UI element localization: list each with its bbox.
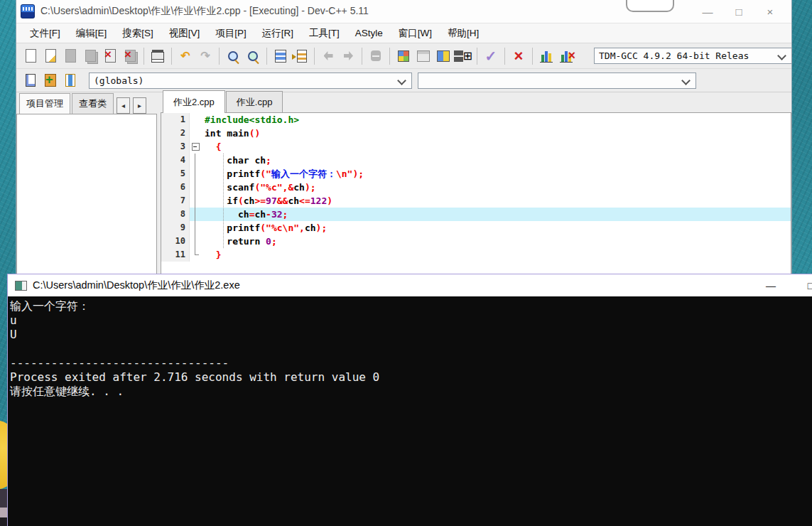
line-number: 10: [161, 235, 190, 248]
token: ch: [244, 195, 255, 206]
syntax-check-icon[interactable]: ✓: [482, 47, 500, 65]
devcpp-window: C:\Users\admin\Desktop\作业\作业\作业2.cpp - […: [16, 0, 792, 284]
menu-item-4[interactable]: 项目[P]: [207, 24, 254, 43]
find-icon[interactable]: [224, 47, 242, 65]
new-unit-icon[interactable]: [21, 71, 40, 90]
line-number: 5: [161, 167, 190, 181]
compile-and-run-icon[interactable]: [434, 47, 453, 65]
profile-analysis-icon[interactable]: [537, 47, 556, 65]
close-all-icon[interactable]: [121, 47, 139, 65]
token: ch: [205, 209, 249, 220]
toolbar-separator: [532, 48, 533, 65]
code-text: {: [201, 140, 791, 154]
title-bar[interactable]: C:\Users\admin\Desktop\作业\作业\作业2.cpp - […: [16, 0, 791, 23]
token: \n");: [336, 168, 364, 179]
code-line[interactable]: 1#include<stdio.h>: [161, 113, 791, 127]
menu-item-3[interactable]: 视图[V]: [161, 24, 208, 43]
token: (: [238, 195, 244, 206]
code-line[interactable]: 3 {: [161, 140, 791, 154]
close-button[interactable]: ×: [754, 0, 786, 23]
comment-icon[interactable]: [367, 47, 385, 65]
code-text: }: [201, 248, 791, 262]
code-line[interactable]: 10 return 0;: [161, 235, 791, 248]
menu-item-8[interactable]: 窗口[W]: [391, 24, 440, 43]
minimize-button[interactable]: —: [692, 0, 723, 23]
editor-tab-1[interactable]: 作业.cpp: [226, 91, 283, 113]
save-icon[interactable]: [61, 47, 80, 65]
menu-item-2[interactable]: 搜索[S]: [114, 24, 161, 43]
console-title-bar[interactable]: C:\Users\admin\Desktop\作业\作业\作业2.exe — □: [8, 274, 812, 296]
token: if: [227, 195, 238, 206]
token: 97: [266, 195, 277, 206]
toolbar-separator: [362, 48, 362, 65]
code-line[interactable]: 5 printf("输入一个字符：\n");: [161, 167, 791, 181]
print-icon[interactable]: [148, 47, 167, 65]
save-all-icon[interactable]: [81, 47, 99, 65]
token: (): [249, 128, 261, 139]
token: ch: [249, 155, 266, 166]
token: ;: [283, 209, 288, 220]
rebuild-all-icon[interactable]: ⊞: [454, 47, 472, 65]
menu-item-7[interactable]: AStyle: [347, 25, 391, 41]
editor-tab-0[interactable]: 作业2.cpp: [163, 90, 225, 113]
console-line: u: [10, 313, 812, 328]
remove-from-project-icon[interactable]: [61, 71, 80, 90]
menu-item-5[interactable]: 运行[R]: [254, 24, 301, 43]
project-panel-body[interactable]: [16, 114, 157, 275]
code-text: int main(): [201, 127, 791, 140]
abort-compilation-icon[interactable]: ×: [509, 47, 528, 65]
menu-item-0[interactable]: 文件[F]: [22, 24, 68, 43]
token: ch: [254, 209, 266, 220]
add-to-project-icon[interactable]: [41, 71, 60, 90]
fold-marker[interactable]: [190, 140, 201, 154]
toolbar-separator: [266, 48, 267, 65]
tab-scroll-left-icon[interactable]: ◂: [117, 97, 130, 114]
close-icon[interactable]: [101, 47, 119, 65]
redo-icon[interactable]: ↷: [196, 47, 215, 65]
console-app-icon: [15, 281, 27, 291]
token: char: [227, 155, 249, 166]
token: );: [305, 182, 316, 193]
panel-tab-0[interactable]: 项目管理: [19, 93, 70, 114]
console-line: --------------------------------: [10, 356, 812, 370]
code-line[interactable]: 7 if(ch>=97&&ch<=122): [161, 194, 791, 208]
compiler-select[interactable]: TDM-GCC 4.9.2 64-bit Releas: [594, 48, 792, 64]
token: ch: [293, 182, 305, 193]
code-text: return 0;: [201, 235, 791, 248]
code-editor[interactable]: 1#include<stdio.h>2int main()3 {4 char c…: [161, 112, 791, 275]
find-in-files-icon[interactable]: [244, 47, 262, 65]
menu-item-1[interactable]: 编辑[E]: [68, 24, 115, 43]
code-line[interactable]: 4 char ch;: [161, 154, 791, 167]
back-icon[interactable]: [319, 47, 337, 65]
undo-icon[interactable]: ↶: [176, 47, 195, 65]
code-line[interactable]: 2int main(): [161, 127, 791, 140]
menu-item-6[interactable]: 工具[T]: [301, 24, 347, 43]
code-line[interactable]: 9 printf("%c\n",ch);: [161, 221, 791, 235]
panel-tab-1[interactable]: 查看类: [72, 93, 114, 114]
goto-line-icon[interactable]: [271, 47, 290, 65]
console-maximize-button[interactable]: □: [795, 274, 812, 296]
code-line[interactable]: 8 ch=ch-32;: [161, 208, 791, 221]
token: (": [260, 168, 271, 179]
open-icon[interactable]: [41, 47, 60, 65]
forward-icon[interactable]: [339, 47, 357, 65]
console-output[interactable]: 输入一个字符：uU ------------------------------…: [8, 296, 812, 399]
code-line[interactable]: 6 scanf("%c",&ch);: [161, 181, 791, 194]
goto-function-icon[interactable]: [291, 47, 310, 65]
code-line[interactable]: 11 }: [161, 248, 791, 262]
code-text: if(ch>=97&&ch<=122): [201, 194, 791, 208]
line-number: 3: [161, 140, 190, 154]
tab-scroll-right-icon[interactable]: ▸: [133, 97, 146, 114]
fold-marker: [190, 167, 201, 181]
globals-select[interactable]: (globals): [89, 73, 412, 89]
maximize-button[interactable]: □: [723, 0, 754, 23]
console-minimize-button[interactable]: —: [755, 274, 786, 296]
run-icon[interactable]: [414, 47, 433, 65]
delete-profiling-icon[interactable]: [557, 47, 575, 65]
menu-item-9[interactable]: 帮助[H]: [440, 24, 487, 43]
new-source-icon[interactable]: [21, 47, 40, 65]
compile-icon[interactable]: [394, 47, 413, 65]
token: return: [227, 236, 260, 247]
token: 32: [271, 209, 283, 220]
members-select[interactable]: [418, 73, 696, 89]
